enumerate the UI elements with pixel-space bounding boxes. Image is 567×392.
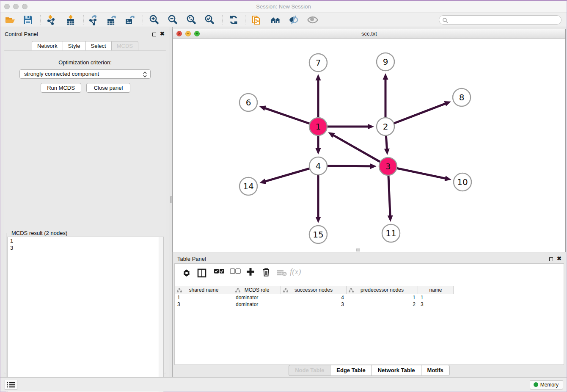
node-label-7: 7 — [316, 58, 321, 68]
birds-eye-view-icon[interactable] — [307, 14, 318, 25]
close-panel-button[interactable]: Close panel — [86, 83, 130, 93]
refresh-icon[interactable] — [228, 14, 239, 25]
cell-shared-name[interactable]: 3 — [175, 301, 233, 308]
home-icon[interactable] — [270, 14, 281, 25]
edge-arrowhead — [316, 148, 321, 155]
search-icon — [442, 17, 448, 23]
network-canvas[interactable]: 7968124314101511 — [173, 39, 565, 252]
toolbar-separator — [83, 15, 84, 25]
float-table-panel-icon[interactable] — [549, 257, 553, 262]
app-window: Session: New Session — [0, 0, 567, 392]
table-options-gear-icon[interactable] — [182, 268, 191, 279]
node-label-4: 4 — [316, 161, 321, 171]
export-network-icon[interactable] — [88, 14, 99, 25]
zoom-out-icon[interactable] — [167, 14, 178, 25]
title-bar: Session: New Session — [0, 1, 567, 12]
search-box — [439, 15, 561, 25]
divider-grip-icon[interactable] — [170, 196, 172, 203]
mcds-result-box: MCDS result (2 nodes) 13 — [6, 233, 164, 392]
main-toolbar — [0, 13, 567, 27]
zoom-selected-icon[interactable] — [204, 14, 215, 25]
column-header-predecessor-nodes[interactable]: predecessor nodes — [347, 286, 418, 294]
edge-2-8[interactable] — [385, 103, 446, 127]
tab-network[interactable]: Network — [32, 41, 63, 51]
cell-successor-nodes[interactable]: 3 — [281, 301, 347, 308]
canvas-scroll-hint[interactable] — [356, 248, 360, 251]
create-column-icon[interactable] — [246, 267, 255, 278]
optimization-criterion-select[interactable]: strongly connected component — [19, 69, 151, 79]
import-network-icon[interactable] — [46, 14, 57, 25]
panel-menu-button[interactable] — [5, 380, 17, 390]
node-label-8: 8 — [459, 92, 465, 102]
function-builder-icon[interactable]: f(x) — [290, 267, 301, 276]
search-input[interactable] — [449, 16, 559, 24]
node-label-14: 14 — [243, 181, 253, 191]
column-header-MCDS-role[interactable]: MCDS role — [233, 286, 281, 294]
tab-edge-table[interactable]: Edge Table — [330, 365, 371, 376]
memory-button[interactable]: Memory — [530, 380, 563, 389]
cell-successor-nodes[interactable]: 4 — [281, 294, 347, 301]
edge-arrowhead — [316, 74, 321, 80]
show-column-pane-icon[interactable] — [197, 268, 206, 279]
cell-shared-name[interactable]: 1 — [175, 294, 233, 301]
select-all-columns-icon[interactable] — [214, 268, 225, 276]
node-label-3: 3 — [385, 161, 391, 171]
cell-name[interactable]: 1 — [418, 294, 454, 301]
cell-predecessor-nodes[interactable]: 1 — [347, 294, 418, 301]
unselect-all-columns-icon[interactable] — [230, 268, 241, 276]
node-label-1: 1 — [316, 121, 321, 132]
node-table: shared nameMCDS rolesuccessor nodesprede… — [175, 286, 564, 308]
table-row[interactable]: 3dominator323 — [175, 301, 564, 308]
toolbar-separator — [40, 15, 41, 25]
edge-3-1[interactable] — [333, 135, 388, 166]
close-panel-icon[interactable]: ✖ — [160, 30, 165, 37]
tab-node-table[interactable]: Node Table — [289, 365, 330, 376]
panel-divider[interactable] — [170, 27, 173, 378]
control-panel-title: Control Panel — [5, 31, 38, 37]
cell-predecessor-nodes[interactable]: 2 — [347, 301, 418, 308]
zoom-in-icon[interactable] — [149, 14, 160, 25]
column-header-shared-name[interactable]: shared name — [175, 286, 233, 294]
cell-MCDS-role[interactable]: dominator — [233, 301, 281, 308]
node-label-15: 15 — [313, 229, 323, 240]
tab-style[interactable]: Style — [63, 41, 85, 51]
delete-table-icon[interactable] — [277, 270, 287, 278]
toolbar-separator — [245, 15, 245, 25]
export-image-icon[interactable] — [124, 14, 135, 25]
result-scrollbar[interactable] — [159, 237, 163, 392]
close-table-panel-icon[interactable]: ✖ — [557, 255, 561, 262]
edge-arrowhead — [445, 176, 451, 181]
network-window-titlebar[interactable]: × − + scc.txt — [173, 29, 565, 39]
column-header-name[interactable]: name — [418, 286, 454, 294]
cell-name[interactable]: 3 — [418, 301, 454, 308]
tab-select[interactable]: Select — [85, 41, 111, 51]
table-row[interactable]: 1dominator411 — [175, 294, 564, 301]
column-header-successor-nodes[interactable]: successor nodes — [281, 286, 347, 294]
network-view-window: × − + scc.txt 7968124314101511 — [173, 29, 566, 252]
status-bar: Memory — [0, 377, 567, 392]
edge-arrowhead — [370, 163, 377, 169]
cell-MCDS-role[interactable]: dominator — [233, 294, 281, 301]
import-table-icon[interactable] — [65, 14, 76, 25]
mcds-panel: Optimization criterion: strongly connect… — [4, 50, 166, 373]
node-label-10: 10 — [457, 177, 468, 187]
delete-columns-icon[interactable] — [262, 268, 270, 279]
toolbar-separator — [143, 15, 143, 25]
node-label-9: 9 — [383, 57, 388, 67]
export-table-icon[interactable] — [106, 14, 117, 25]
copy-network-icon[interactable] — [251, 14, 262, 25]
open-session-icon[interactable] — [5, 14, 16, 25]
zoom-fit-icon[interactable] — [186, 14, 197, 25]
table-header-row: shared nameMCDS rolesuccessor nodesprede… — [175, 286, 564, 294]
run-mcds-button[interactable]: Run MCDS — [41, 83, 81, 93]
float-panel-icon[interactable] — [152, 32, 156, 38]
node-label-2: 2 — [383, 121, 388, 132]
network-view-title: scc.txt — [173, 30, 565, 37]
tab-motifs[interactable]: Motifs — [421, 365, 450, 376]
tab-network-table[interactable]: Network Table — [372, 365, 421, 376]
mcds-result-list[interactable]: 13 — [7, 237, 164, 392]
node-label-11: 11 — [385, 228, 396, 238]
save-session-icon[interactable] — [22, 14, 33, 25]
tab-mcds[interactable]: MCDS — [111, 41, 138, 51]
show-graphics-details-icon[interactable] — [288, 14, 299, 25]
